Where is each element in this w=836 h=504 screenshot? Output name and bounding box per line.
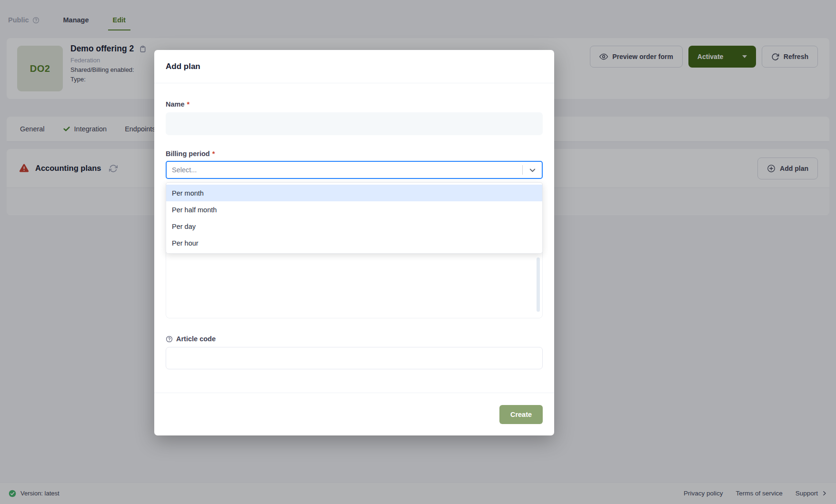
article-code-input[interactable] [166,347,543,369]
help-circle-icon [166,336,173,343]
option-per-half-month[interactable]: Per half month [166,201,542,218]
modal-title: Add plan [166,62,200,71]
chevron-down-icon[interactable] [523,166,542,175]
billing-period-menu: Per month Per half month Per day Per hou… [166,182,543,254]
option-per-day[interactable]: Per day [166,218,542,235]
modal-body: Name * Billing period * Select... [154,83,554,369]
modal-footer: Create [154,393,554,435]
article-code-label: Article code [166,335,543,343]
required-mark: * [187,100,190,108]
scrollbar-thumb[interactable] [537,257,540,312]
billing-period-label: Billing period * [166,150,543,158]
required-mark: * [212,150,215,158]
create-button[interactable]: Create [499,405,543,424]
app-window: Public Manage Edit DO2 Demo offering 2 F… [0,0,836,504]
add-plan-modal: Add plan Name * Billing period * Select.… [154,50,554,435]
option-per-hour[interactable]: Per hour [166,235,542,251]
billing-period-select-wrap: Select... Per month Per half month Per d… [166,161,543,179]
billing-period-group: Billing period * Select... Per month Per… [166,150,543,179]
name-input[interactable] [166,112,543,135]
modal-header: Add plan [154,50,554,83]
article-code-group: Article code [166,335,543,369]
select-placeholder: Select... [167,166,522,174]
billing-period-select[interactable]: Select... [166,161,543,179]
name-label: Name * [166,100,543,108]
option-per-month[interactable]: Per month [166,185,542,201]
